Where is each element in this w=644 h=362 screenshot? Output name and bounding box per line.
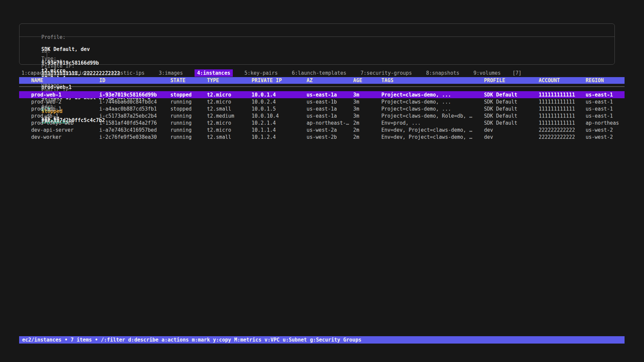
column-header-profile: PROFILE (484, 77, 539, 83)
tab-elastic-ips[interactable]: 2:elastic-ips (103, 69, 147, 77)
cell-account: 111111111111 (539, 92, 586, 98)
cell-id: i-2c76fe9f5e038ea30 (99, 134, 170, 140)
table-row[interactable]: prod-tokyo-webi-1581af40fd54a2f76running… (19, 119, 625, 126)
cell-state: running (170, 99, 207, 105)
cell-private_ip: 10.0.2.4 (252, 99, 307, 105)
tab-count-badge: [7] (513, 70, 522, 76)
column-header-state: STATE (170, 77, 207, 83)
cell-profile: SDK Default (484, 113, 539, 119)
cell-profile: dev (484, 127, 539, 133)
cell-age: 2m (353, 134, 381, 140)
column-header-account: ACCOUNT (539, 77, 586, 83)
cell-account: 111111111111 (539, 120, 586, 126)
cell-age: 2m (353, 127, 381, 133)
tab-capacity-reservations[interactable]: 1:capacity-reservations (19, 69, 94, 77)
cell-az: us-west-2b (307, 134, 353, 140)
cell-private_ip: 10.0.1.4 (252, 92, 307, 98)
cell-type: t2.small (207, 106, 252, 112)
cell-state: running (170, 120, 207, 126)
cell-region: us-east-1 (586, 106, 625, 112)
column-header-az: AZ (307, 77, 353, 83)
profile-label: Profile: (41, 34, 65, 40)
cell-name: prod-tokyo-web (19, 120, 99, 126)
cell-az: ap-northeast-… (307, 120, 353, 126)
table-row[interactable]: prod-web-1i-93e7019c58166d99bstoppedt2.m… (19, 91, 625, 98)
cell-state: running (170, 134, 207, 140)
cell-id: i-c5173a87a25ebc2b4 (99, 113, 170, 119)
cell-tags: Env=dev, Project=claws-demo, … (381, 127, 484, 133)
cell-tags: Project=claws-demo, Role=db, … (381, 113, 484, 119)
cell-private_ip: 10.0.10.4 (252, 113, 307, 119)
cell-name: dev-worker (19, 134, 99, 140)
column-header-type: TYPE (207, 77, 252, 83)
cell-private_ip: 10.0.1.5 (252, 106, 307, 112)
cell-az: us-west-2a (307, 127, 353, 133)
resource-tab-bar: 1:capacity-reservations2:elastic-ips3:im… (19, 69, 522, 77)
tab-security-groups[interactable]: 7:security-groups (358, 69, 415, 77)
cell-id: i-a4aac0b887cd53fb1 (99, 106, 170, 112)
cell-region: us-east-1 (586, 113, 625, 119)
table-row[interactable]: dev-workeri-2c76fe9f5e038ea30runningt2.s… (19, 133, 625, 140)
column-header-tags: TAGS (381, 77, 484, 83)
cell-profile: SDK Default (484, 106, 539, 112)
cell-region: us-west-2 (586, 127, 625, 133)
cell-az: us-east-1a (307, 113, 353, 119)
cell-profile: SDK Default (484, 92, 539, 98)
cell-type: t2.small (207, 134, 252, 140)
cell-region: us-east-1 (586, 99, 625, 105)
table-row[interactable]: prod-app-1i-a4aac0b887cd53fb1stoppedt2.s… (19, 105, 625, 112)
status-bar-text: ec2/instances • 7 items • /:filter d:des… (22, 337, 361, 343)
cell-type: t2.medium (207, 113, 252, 119)
private-ip-label: Private IP: (41, 63, 74, 69)
cell-account: 111111111111 (539, 113, 586, 119)
column-header-private_ip: PRIVATE IP (252, 77, 307, 83)
cell-tags: Project=claws-demo, ... (381, 92, 484, 98)
cell-az: us-east-1b (307, 99, 353, 105)
cell-account: 111111111111 (539, 99, 586, 105)
cell-age: 2m (353, 120, 381, 126)
context-panel: Profile: SDK Default, dev │ Account: 111… (19, 23, 615, 65)
tab-images[interactable]: 3:images (156, 69, 185, 77)
cell-tags: Env=prod, ... (381, 120, 484, 126)
cell-id: i-7446ba6d0c84fbdc4 (99, 99, 170, 105)
cell-id: i-1581af40fd54a2f76 (99, 120, 170, 126)
tab-snapshots[interactable]: 8:snapshots (424, 69, 462, 77)
cell-age: 3m (353, 92, 381, 98)
cell-az: us-east-1a (307, 106, 353, 112)
cell-state: stopped (170, 92, 207, 98)
column-header-age: AGE (353, 77, 381, 83)
cell-type: t2.micro (207, 99, 252, 105)
cell-az: us-east-1a (307, 92, 353, 98)
cell-name: prod-web-2 (19, 99, 99, 105)
column-header-region: REGION (586, 77, 625, 83)
column-header-name: NAME (19, 77, 99, 83)
cell-region: us-east-1 (586, 92, 625, 98)
cell-name: prod-db-1 (19, 113, 99, 119)
tab-instances[interactable]: 4:instances (195, 69, 232, 77)
cell-age: 3m (353, 106, 381, 112)
cell-private_ip: 10.1.2.4 (252, 134, 307, 140)
cell-id: i-a7e7463c416957bed (99, 127, 170, 133)
cell-account: 111111111111 (539, 106, 586, 112)
table-row[interactable]: prod-web-2i-7446ba6d0c84fbdc4runningt2.m… (19, 98, 625, 105)
cell-region: us-west-2 (586, 134, 625, 140)
status-bar: ec2/instances • 7 items • /:filter d:des… (19, 336, 625, 344)
table-row[interactable]: prod-db-1i-c5173a87a25ebc2b4runningt2.me… (19, 112, 625, 119)
cell-name: dev-api-server (19, 127, 99, 133)
table-row[interactable]: dev-api-serveri-a7e7463c416957bedrunning… (19, 126, 625, 133)
table-header-divider (19, 86, 625, 87)
cell-state: stopped (170, 106, 207, 112)
cell-tags: Project=claws-demo, ... (381, 106, 484, 112)
cell-name: prod-app-1 (19, 106, 99, 112)
cell-region: ap-northeas (586, 120, 625, 126)
tab-key-pairs[interactable]: 5:key-pairs (242, 69, 280, 77)
cell-type: t2.micro (207, 92, 252, 98)
cell-private_ip: 10.1.1.4 (252, 127, 307, 133)
tab-volumes[interactable]: 9:volumes (471, 69, 503, 77)
cell-private_ip: 10.2.1.4 (252, 120, 307, 126)
cell-state: running (170, 113, 207, 119)
cell-account: 222222222222 (539, 127, 586, 133)
cell-tags: Project=claws-demo, ... (381, 99, 484, 105)
tab-launch-templates[interactable]: 6:launch-templates (289, 69, 349, 77)
cell-id: i-93e7019c58166d99b (99, 92, 170, 98)
